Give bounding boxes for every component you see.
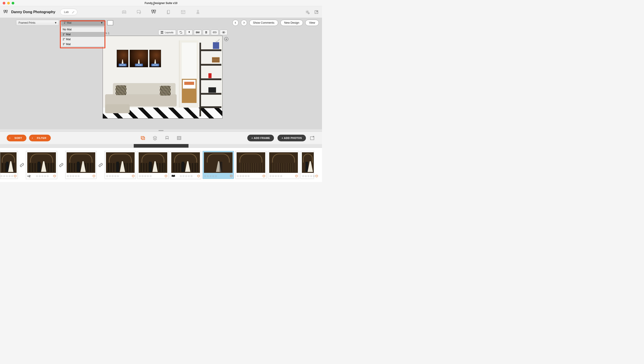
thumb-image (106, 152, 135, 173)
filter-button[interactable]: ‹FILTER (29, 135, 51, 141)
window-zoom-button[interactable] (12, 2, 14, 4)
chevron-down-icon: ▼ (54, 21, 57, 24)
sort-button[interactable]: ‹SORT (7, 135, 26, 141)
mode-gallery-icon[interactable] (140, 135, 146, 141)
mat-option-no-mat[interactable]: No Mat (61, 27, 104, 32)
wall-frames-cluster[interactable]: 20x30 45x30 20x30 (117, 50, 161, 67)
wall-frame-3[interactable]: 20x30 (149, 50, 161, 67)
star-rating[interactable] (0, 175, 14, 177)
svg-rect-2 (152, 10, 153, 12)
module-cards-icon[interactable] (165, 9, 171, 15)
eye-tool[interactable] (220, 30, 228, 35)
star-rating[interactable] (204, 175, 217, 177)
thumb-image (171, 152, 200, 173)
filmstrip-thumb[interactable] (170, 151, 201, 179)
pin-tool[interactable] (186, 30, 192, 35)
options-bar: Framed Prints ▼ 1'' Mat ▼ Show Comments … (0, 18, 322, 28)
print-type-dropdown[interactable]: Framed Prints ▼ (16, 20, 59, 26)
prev-arrow-button[interactable] (232, 20, 239, 26)
view-button[interactable]: View (305, 20, 319, 26)
mode-easel-icon[interactable] (164, 135, 170, 141)
filmstrip-thumb[interactable] (0, 151, 18, 179)
mat-option-2-mat[interactable]: 2'' Mat (61, 37, 104, 42)
panel-resize-grip[interactable] (0, 129, 322, 132)
heart-icon[interactable] (92, 175, 95, 178)
star-rating[interactable] (269, 175, 282, 177)
filmstrip-thumb[interactable]: 1 (65, 151, 97, 179)
calculator-icon (205, 31, 207, 34)
filmstrip-thumb[interactable] (235, 151, 267, 179)
mat-option-1-mat[interactable]: 1'' Mat (61, 32, 104, 37)
thumb-plus-count: +2 (27, 175, 31, 178)
star-rating[interactable] (36, 175, 49, 177)
active-module-pointer-icon (152, 4, 155, 6)
star-rating[interactable] (139, 175, 152, 177)
thumb-meta: +2 (27, 173, 56, 178)
module-stamp-icon[interactable] (195, 9, 201, 15)
module-album-icon[interactable] (121, 9, 127, 15)
filmstrip-thumb[interactable]: +2 (26, 151, 57, 179)
star-rating[interactable] (302, 175, 315, 177)
module-collage-icon[interactable] (180, 9, 186, 15)
star-rating[interactable] (179, 175, 193, 177)
svg-point-6 (307, 11, 308, 12)
color-swatch[interactable] (107, 20, 113, 25)
add-photos-button[interactable]: + ADD PHOTOS (278, 135, 306, 141)
star-rating[interactable] (67, 175, 80, 177)
wall-frame-1[interactable]: 20x30 (117, 50, 128, 67)
heart-icon[interactable] (315, 175, 318, 178)
star-rating[interactable] (237, 175, 250, 177)
ruler-tool[interactable] (211, 30, 219, 35)
add-design-button[interactable]: + (224, 37, 228, 41)
link-icon (19, 162, 25, 168)
lab-button[interactable]: Lab (60, 9, 77, 15)
heart-icon[interactable] (14, 175, 17, 178)
chevron-down-icon: ▼ (100, 21, 103, 24)
svg-rect-4 (167, 10, 169, 14)
external-link-icon[interactable] (314, 10, 319, 14)
heart-icon[interactable] (132, 175, 135, 178)
export-icon[interactable] (309, 135, 315, 141)
mat-dropdown[interactable]: 1'' Mat ▼ (61, 20, 105, 26)
add-frame-button[interactable]: + ADD FRAME (247, 135, 274, 141)
designer-icon[interactable] (3, 10, 8, 14)
heart-icon[interactable] (164, 175, 167, 178)
thumb-meta (67, 173, 95, 178)
settings-gear-icon[interactable] (305, 10, 310, 14)
show-comments-button[interactable]: Show Comments (249, 20, 278, 26)
filmstrip-active-tab[interactable] (134, 144, 188, 148)
heart-icon[interactable] (197, 175, 200, 178)
filmstrip-thumb[interactable] (268, 151, 299, 179)
mode-frame-icon[interactable] (176, 135, 182, 141)
calculator-tool[interactable] (203, 30, 209, 35)
layouts-button[interactable]: Layouts (158, 30, 176, 35)
heart-icon[interactable] (262, 175, 265, 178)
bw-tool[interactable]: BW (194, 30, 201, 35)
new-design-button[interactable]: New Design (280, 20, 303, 26)
approve-check-icon[interactable] (215, 38, 220, 43)
heart-icon[interactable] (230, 175, 233, 178)
room-mockup[interactable]: 20x30 45x30 20x30 (103, 36, 223, 118)
module-wallart-icon[interactable] (151, 9, 156, 15)
refresh-tool[interactable] (177, 30, 184, 35)
module-chat-icon[interactable] (136, 9, 142, 15)
filmstrip-thumb[interactable] (105, 151, 136, 179)
star-rating[interactable] (106, 175, 119, 177)
window-minimize-button[interactable] (7, 2, 10, 4)
window-close-button[interactable] (3, 2, 5, 4)
refresh-icon (179, 31, 182, 34)
heart-icon[interactable] (53, 175, 56, 178)
filmstrip-thumb[interactable]: 1 (202, 151, 234, 179)
heart-icon[interactable] (295, 175, 298, 178)
thumb-image (204, 152, 233, 173)
mat-option-3-mat[interactable]: 3'' Mat (61, 42, 104, 47)
wall-frame-2[interactable]: 45x30 (130, 50, 148, 67)
svg-rect-0 (4, 10, 5, 12)
module-switcher (121, 9, 201, 15)
filmstrip-thumb[interactable] (301, 151, 314, 179)
next-arrow-button[interactable] (241, 20, 247, 26)
thumb-image (302, 152, 314, 173)
mode-layers-icon[interactable] (152, 135, 158, 141)
thumb-meta (139, 173, 167, 178)
filmstrip-thumb[interactable]: 1 (137, 151, 169, 179)
